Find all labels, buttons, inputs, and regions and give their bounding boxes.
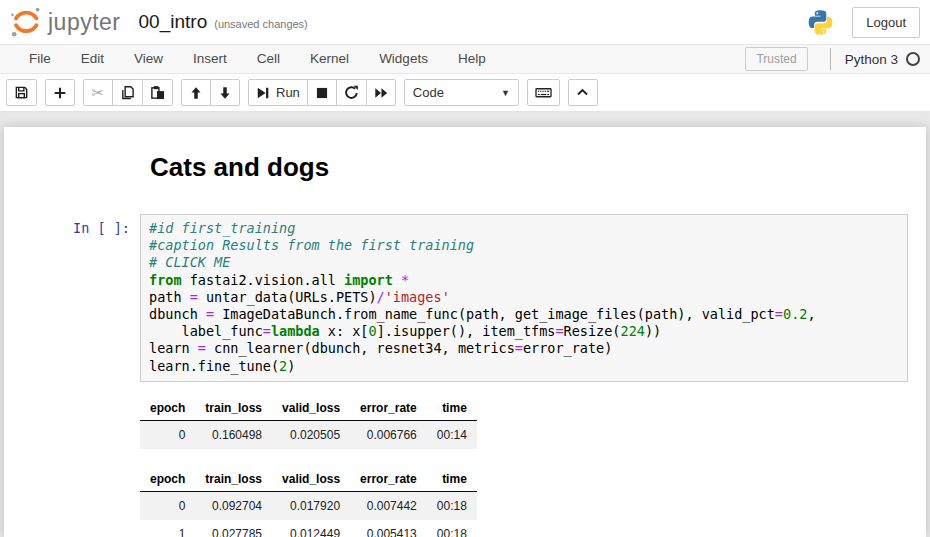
kernel-idle-indicator <box>906 52 920 66</box>
keyboard-icon <box>535 85 552 100</box>
scissors-icon: ✂ <box>92 85 105 100</box>
table-cell: 0 <box>140 420 195 449</box>
col-header: error_rate <box>350 395 427 421</box>
table-cell: 0 <box>140 491 195 520</box>
markdown-cell[interactable]: Cats and dogs <box>4 139 926 183</box>
table-cell: 0.005413 <box>350 520 427 537</box>
code-cell: In [ ]: #id first_training#caption Resul… <box>4 214 926 382</box>
arrow-up-icon <box>189 86 203 100</box>
code-line: #caption Results from the first training <box>149 237 903 254</box>
site-background: Cats and dogs In [ ]: #id first_training… <box>0 112 930 537</box>
code-line: learn.fine_tune(2) <box>149 358 903 375</box>
code-input[interactable]: #id first_training#caption Results from … <box>140 214 908 382</box>
output-table-1: epochtrain_lossvalid_losserror_ratetime0… <box>140 395 477 449</box>
table-row: 00.1604980.0205050.00676600:14 <box>140 420 477 449</box>
col-header: valid_loss <box>272 395 350 421</box>
restart-run-all-button[interactable] <box>366 79 396 106</box>
paste-cell-button[interactable] <box>142 79 173 106</box>
cell-type-value: Code <box>413 85 444 100</box>
col-header: time <box>427 395 477 421</box>
input-prompt: In [ ]: <box>4 214 140 382</box>
run-label: Run <box>276 85 300 100</box>
jupyter-wordmark: jupyter <box>48 9 121 36</box>
table-cell: 1 <box>140 520 195 537</box>
code-line: learn = cnn_learner(dbunch, resnet34, me… <box>149 340 903 357</box>
menu-widgets[interactable]: Widgets <box>364 45 443 73</box>
code-line: from fastai2.vision.all import * <box>149 272 903 289</box>
table-row: 00.0927040.0179200.00744200:18 <box>140 491 477 520</box>
chevron-up-icon <box>576 86 589 99</box>
move-cell-down-button[interactable] <box>210 79 240 106</box>
restart-kernel-button[interactable] <box>336 79 367 106</box>
kernel-name: Python 3 <box>845 52 898 67</box>
copy-icon <box>120 85 135 100</box>
menu-help[interactable]: Help <box>443 45 501 73</box>
col-header: error_rate <box>350 466 427 492</box>
table-cell: 0.006766 <box>350 420 427 449</box>
col-header: epoch <box>140 395 195 421</box>
menubar: FileEditViewInsertCellKernelWidgetsHelp … <box>0 44 930 74</box>
chevron-down-icon: ▼ <box>501 88 510 98</box>
col-header: epoch <box>140 466 195 492</box>
table-cell: 0.017920 <box>272 491 350 520</box>
code-editor: #id first_training#caption Results from … <box>149 220 903 375</box>
interrupt-kernel-button[interactable] <box>307 79 337 106</box>
table-cell: 00:18 <box>427 520 477 537</box>
menu-view[interactable]: View <box>119 45 178 73</box>
notebook-title[interactable]: 00_intro <box>139 11 208 33</box>
table-cell: 0.092704 <box>195 491 272 520</box>
menu-file[interactable]: File <box>14 45 66 73</box>
save-button[interactable] <box>6 79 37 106</box>
col-header: time <box>427 466 477 492</box>
copy-cell-button[interactable] <box>112 79 143 106</box>
menubar-items: FileEditViewInsertCellKernelWidgetsHelp <box>14 45 501 73</box>
save-icon <box>14 85 29 100</box>
menu-kernel[interactable]: Kernel <box>295 45 364 73</box>
code-line: path = untar_data(URLs.PETS)/'images' <box>149 289 903 306</box>
fast-forward-icon <box>374 86 388 100</box>
code-line: # CLICK ME <box>149 254 903 271</box>
move-cell-up-button[interactable] <box>181 79 211 106</box>
table-row: 10.0277850.0124490.00541300:18 <box>140 520 477 537</box>
menu-edit[interactable]: Edit <box>66 45 119 73</box>
cell-type-dropdown[interactable]: Code ▼ <box>404 79 519 106</box>
table-cell: 0.160498 <box>195 420 272 449</box>
notebook-container: Cats and dogs In [ ]: #id first_training… <box>4 127 926 537</box>
trusted-button[interactable]: Trusted <box>745 47 807 71</box>
cut-cell-button[interactable]: ✂ <box>83 79 113 106</box>
table-cell: 00:14 <box>427 420 477 449</box>
step-forward-icon <box>256 86 270 100</box>
app-header: jupyter 00_intro (unsaved changes) Logou… <box>0 0 930 44</box>
command-palette-button[interactable] <box>527 79 560 106</box>
cell-outputs: epochtrain_lossvalid_losserror_ratetime0… <box>140 395 926 537</box>
table-cell: 00:18 <box>427 491 477 520</box>
stop-icon <box>315 86 329 100</box>
toolbar-more-button[interactable] <box>568 79 598 106</box>
paste-icon <box>150 85 165 100</box>
section-heading: Cats and dogs <box>150 153 926 183</box>
code-line: label_func=lambda x: x[0].isupper(), ite… <box>149 323 903 340</box>
jupyter-logo-icon <box>8 5 44 39</box>
run-cell-button[interactable]: Run <box>248 79 308 106</box>
col-header: train_loss <box>195 466 272 492</box>
jupyter-logo[interactable]: jupyter <box>8 5 121 39</box>
menu-insert[interactable]: Insert <box>178 45 242 73</box>
python-logo-icon <box>807 9 834 36</box>
checkpoint-status: (unsaved changes) <box>214 18 308 30</box>
plus-icon <box>53 86 67 100</box>
table-cell: 0.027785 <box>195 520 272 537</box>
arrow-down-icon <box>218 86 232 100</box>
col-header: train_loss <box>195 395 272 421</box>
menubar-divider <box>830 48 831 70</box>
table-cell: 0.020505 <box>272 420 350 449</box>
menu-cell[interactable]: Cell <box>242 45 295 73</box>
toolbar: ✂ <box>0 74 930 112</box>
table-cell: 0.007442 <box>350 491 427 520</box>
code-line: dbunch = ImageDataBunch.from_name_func(p… <box>149 306 903 323</box>
output-table-2: epochtrain_lossvalid_losserror_ratetime0… <box>140 466 477 537</box>
code-line: #id first_training <box>149 220 903 237</box>
col-header: valid_loss <box>272 466 350 492</box>
refresh-icon <box>344 85 359 100</box>
logout-button[interactable]: Logout <box>852 7 920 38</box>
insert-cell-button[interactable] <box>45 79 75 106</box>
